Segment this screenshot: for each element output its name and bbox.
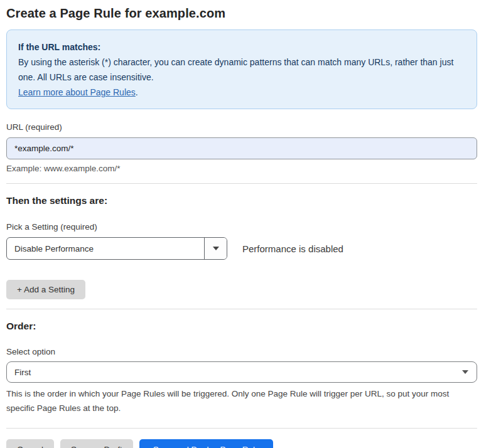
order-section-heading: Order: bbox=[6, 320, 477, 332]
info-box-heading: If the URL matches: bbox=[18, 40, 465, 55]
info-box-link-line: Learn more about Page Rules. bbox=[18, 85, 465, 100]
order-select[interactable]: First bbox=[6, 361, 477, 383]
save-and-deploy-button[interactable]: Save and Deploy Page Rule bbox=[139, 439, 274, 448]
url-input[interactable] bbox=[6, 137, 477, 159]
save-as-draft-button[interactable]: Save as Draft bbox=[60, 439, 133, 448]
pick-setting-label: Pick a Setting (required) bbox=[6, 222, 477, 232]
divider bbox=[6, 183, 477, 184]
url-match-info-box: If the URL matches: By using the asteris… bbox=[6, 29, 477, 109]
divider bbox=[6, 428, 477, 429]
cancel-button[interactable]: Cancel bbox=[6, 439, 54, 448]
settings-section-heading: Then the settings are: bbox=[6, 195, 477, 206]
footer-actions: Cancel Save as Draft Save and Deploy Pag… bbox=[6, 439, 477, 448]
link-period: . bbox=[136, 87, 138, 97]
page-title: Create a Page Rule for example.com bbox=[6, 5, 477, 21]
info-box-body: By using the asterisk (*) character, you… bbox=[18, 55, 465, 85]
chevron-down-icon bbox=[213, 247, 219, 250]
chevron-down-icon bbox=[462, 370, 468, 374]
setting-select[interactable]: Disable Performance bbox=[6, 237, 227, 260]
divider bbox=[6, 309, 477, 309]
order-help-text: This is the order in which your Page Rul… bbox=[6, 387, 477, 415]
order-select-value: First bbox=[14, 368, 31, 377]
order-select-label: Select option bbox=[6, 347, 477, 357]
url-field-label: URL (required) bbox=[6, 122, 477, 132]
setting-row: Disable Performance Performance is disab… bbox=[6, 237, 477, 260]
learn-more-link[interactable]: Learn more about Page Rules bbox=[18, 87, 136, 97]
url-example-text: Example: www.example.com/* bbox=[6, 163, 477, 174]
setting-select-arrow-button[interactable] bbox=[204, 238, 227, 259]
setting-select-value: Disable Performance bbox=[7, 238, 204, 259]
add-setting-button[interactable]: + Add a Setting bbox=[6, 280, 85, 299]
setting-status-text: Performance is disabled bbox=[242, 243, 343, 254]
create-page-rule-form: Create a Page Rule for example.com If th… bbox=[0, 0, 496, 448]
